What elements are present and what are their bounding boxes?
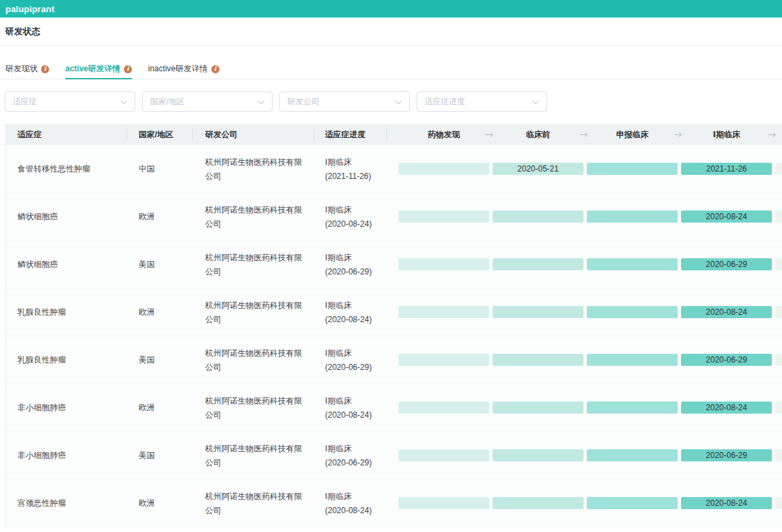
cell-region: 欧洲 — [139, 480, 191, 527]
select-placeholder: 适应症 — [13, 96, 120, 108]
chevron-down-icon — [258, 98, 264, 104]
filter-select-region[interactable]: 国家/地区 — [142, 91, 273, 112]
cell-indication: 宫颈恶性肿瘤 — [17, 480, 125, 527]
col-header-company: 研发公司 — [205, 124, 238, 145]
cell-region: 欧洲 — [139, 289, 191, 336]
info-icon[interactable]: i — [124, 65, 132, 73]
phase-date: (2020-08-24) — [325, 313, 371, 327]
stage-arrow-icon: → — [767, 124, 777, 145]
tab-bar: 研发现状 i active研发详情 i inactive研发详情 i — [0, 46, 782, 79]
select-placeholder: 适应症进度 — [425, 96, 532, 108]
stage-progress-bar: 2020-08-24 — [681, 211, 772, 223]
cell-indication: 食管转移性恶性肿瘤 — [17, 145, 125, 193]
col-header-phase: 适应症进度 — [325, 124, 365, 145]
stage-progress-bar — [398, 354, 489, 366]
phase-name: Ⅰ期临床 — [325, 346, 352, 360]
stage-progress-bar — [398, 306, 489, 318]
cell-indication: 鳞状细胞癌 — [17, 193, 125, 241]
stage-progress-bar — [587, 306, 678, 318]
cell-phase: Ⅰ期临床 (2020-06-29) — [325, 432, 392, 480]
cell-indication: 鳞状细胞癌 — [17, 241, 125, 289]
chevron-down-icon — [120, 98, 127, 104]
table-row: 鳞状细胞癌 欧洲 杭州阿诺生物医药科技有限公司 Ⅰ期临床 (2020-08-24… — [6, 193, 782, 241]
phase-name: Ⅰ期临床 — [325, 251, 352, 265]
stage-progress-bar — [493, 211, 583, 223]
phase-name: Ⅰ期临床 — [325, 442, 352, 456]
cell-company: 杭州阿诺生物医药科技有限公司 — [205, 384, 308, 432]
stage-header-ind-filing: 申报临床 — [587, 124, 678, 145]
stage-progress-bar: 2020-08-24 — [681, 402, 772, 414]
stage-progress-bar — [398, 402, 489, 414]
phase-name: Ⅰ期临床 — [325, 490, 352, 504]
phase-date: (2020-08-24) — [325, 408, 371, 422]
stage-progress-bar — [398, 211, 489, 223]
stage-progress-bar-future — [775, 354, 782, 366]
stage-header-preclinical: 临床前 — [493, 124, 583, 145]
stage-progress-bar-future — [775, 163, 782, 175]
header-divider — [192, 128, 193, 141]
cell-company: 杭州阿诺生物医药科技有限公司 — [205, 145, 308, 193]
phase-name: Ⅰ期临床 — [325, 299, 352, 313]
header-divider — [127, 128, 127, 141]
cell-region: 欧洲 — [139, 193, 191, 241]
cell-company: 杭州阿诺生物医药科技有限公司 — [205, 480, 308, 527]
stage-progress-bar — [587, 449, 678, 461]
info-icon[interactable]: i — [211, 65, 219, 73]
info-icon[interactable]: i — [41, 65, 49, 73]
phase-date: (2020-06-29) — [325, 360, 371, 375]
phase-date: (2020-06-29) — [325, 456, 371, 470]
stage-progress-bar — [587, 211, 678, 223]
stage-progress-bar — [398, 258, 489, 270]
tab-inactive-rd-details[interactable]: inactive研发详情 i — [148, 59, 219, 79]
table-row: 乳腺良性肿瘤 欧洲 杭州阿诺生物医药科技有限公司 Ⅰ期临床 (2020-08-2… — [6, 289, 782, 336]
cell-company: 杭州阿诺生物医药科技有限公司 — [205, 193, 308, 241]
select-placeholder: 国家/地区 — [150, 96, 258, 108]
cell-phase: Ⅰ期临床 (2020-06-29) — [325, 241, 392, 289]
stage-progress-bar — [398, 497, 489, 509]
filter-select-indication[interactable]: 适应症 — [5, 91, 135, 112]
cell-company: 杭州阿诺生物医药科技有限公司 — [205, 336, 308, 384]
cell-company: 杭州阿诺生物医药科技有限公司 — [205, 241, 308, 289]
phase-name: Ⅰ期临床 — [325, 155, 352, 169]
stage-progress-bar — [493, 402, 583, 414]
topbar: palupiprant — [0, 0, 782, 17]
stage-progress-bar-future — [775, 402, 782, 414]
cell-phase: Ⅰ期临床 (2020-08-24) — [325, 289, 392, 336]
drug-name-title: palupiprant — [5, 4, 55, 14]
stage-progress-bar-future — [775, 306, 782, 318]
stage-progress-bar: 2020-08-24 — [681, 497, 772, 509]
stage-progress-bar-future — [775, 211, 782, 223]
tab-active-rd-details[interactable]: active研发详情 i — [65, 59, 132, 79]
page-title-band: 研发状态 — [0, 17, 782, 46]
stage-progress-bar — [587, 497, 678, 509]
stage-progress-bar-future — [775, 497, 782, 509]
stage-header-discovery: 药物发现 — [398, 124, 489, 145]
cell-phase: Ⅰ期临床 (2020-08-24) — [325, 193, 392, 241]
cell-region: 美国 — [139, 432, 191, 480]
stage-progress-bar — [493, 258, 583, 270]
filter-bar: 适应症 国家/地区 研发公司 适应症进度 — [5, 91, 782, 112]
cell-region: 欧洲 — [139, 384, 191, 432]
stage-progress-bar — [493, 306, 583, 318]
filter-select-phase[interactable]: 适应症进度 — [417, 91, 547, 112]
stage-progress-bar: 2021-11-26 — [681, 163, 772, 175]
filter-select-company[interactable]: 研发公司 — [279, 91, 410, 112]
col-header-indication: 适应症 — [17, 124, 42, 145]
stage-progress-bar: 2020-08-24 — [681, 306, 772, 318]
cell-phase: Ⅰ期临床 (2020-06-29) — [325, 336, 392, 384]
phase-name: Ⅰ期临床 — [325, 394, 352, 408]
stage-header-phase1: Ⅰ期临床 — [681, 124, 772, 145]
phase-date: (2021-11-26) — [325, 169, 371, 184]
table-row: 鳞状细胞癌 美国 杭州阿诺生物医药科技有限公司 Ⅰ期临床 (2020-06-29… — [6, 241, 782, 289]
stage-progress-bar — [398, 163, 489, 175]
phase-date: (2020-06-29) — [325, 265, 371, 279]
tab-label: 研发现状 — [5, 63, 38, 75]
cell-indication: 乳腺良性肿瘤 — [17, 336, 125, 384]
header-divider — [386, 128, 387, 141]
tab-rd-status[interactable]: 研发现状 i — [5, 59, 49, 79]
stage-progress-bar-future — [775, 449, 782, 461]
stage-progress-bar: 2020-06-29 — [681, 258, 772, 270]
stage-progress-bar — [398, 449, 489, 461]
cell-indication: 非小细胞肺癌 — [17, 384, 125, 432]
stage-progress-bar: 2020-05-21 — [493, 163, 583, 175]
